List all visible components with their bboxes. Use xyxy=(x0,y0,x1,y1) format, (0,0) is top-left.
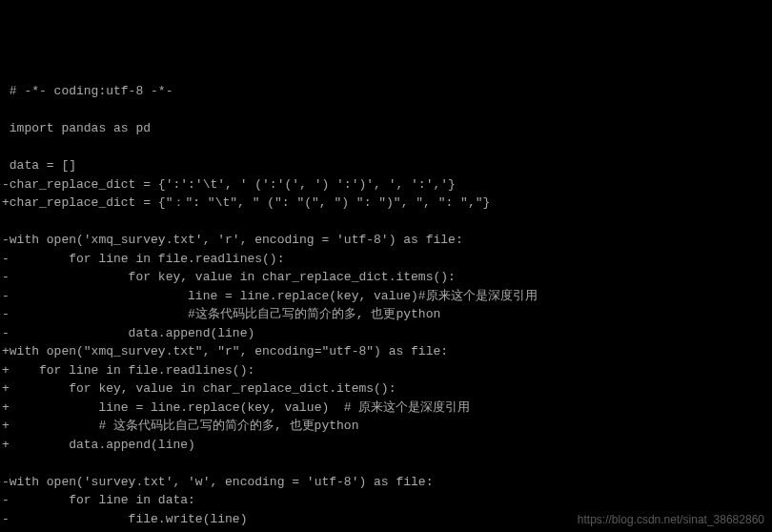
code-diff-block: # -*- coding:utf-8 -*- import pandas as … xyxy=(2,82,770,532)
code-line: + line = line.replace(key, value) # 原来这个… xyxy=(2,399,770,418)
code-line: +char_replace_dict = {"：": "\t", " (": "… xyxy=(2,194,770,213)
code-line: +with open("xmq_survey.txt", "r", encodi… xyxy=(2,342,770,361)
code-line: - data.append(line) xyxy=(2,324,770,343)
code-line: + data.append(line) xyxy=(2,436,770,455)
code-line: + for key, value in char_replace_dict.it… xyxy=(2,379,770,399)
code-line: -char_replace_dict = {':':'\t', ' (':'('… xyxy=(2,175,770,194)
watermark-text: https://blog.csdn.net/sinat_38682860 xyxy=(578,511,764,528)
code-line: + for line in file.readlines(): xyxy=(2,361,770,380)
code-line: -with open('survey.txt', 'w', encoding =… xyxy=(2,473,770,492)
code-line: import pandas as pd xyxy=(2,119,770,138)
code-line: - for line in data: xyxy=(2,491,770,510)
code-line xyxy=(2,454,770,473)
code-line: - line = line.replace(key, value)#原来这个是深… xyxy=(2,287,770,306)
code-line xyxy=(2,138,770,157)
code-line: - for line in file.readlines(): xyxy=(2,250,770,269)
code-line: -with open('xmq_survey.txt', 'r', encodi… xyxy=(2,231,770,250)
code-line xyxy=(2,213,770,232)
code-line: - for key, value in char_replace_dict.it… xyxy=(2,268,770,287)
code-line: # -*- coding:utf-8 -*- xyxy=(2,82,770,101)
code-line: data = [] xyxy=(2,156,770,175)
code-line: + # 这条代码比自己写的简介的多, 也更python xyxy=(2,417,770,436)
code-line: - #这条代码比自己写的简介的多, 也更python xyxy=(2,305,770,324)
code-line xyxy=(2,101,770,120)
code-line: +with open("survey.txt", "w", encoding="… xyxy=(2,528,770,532)
